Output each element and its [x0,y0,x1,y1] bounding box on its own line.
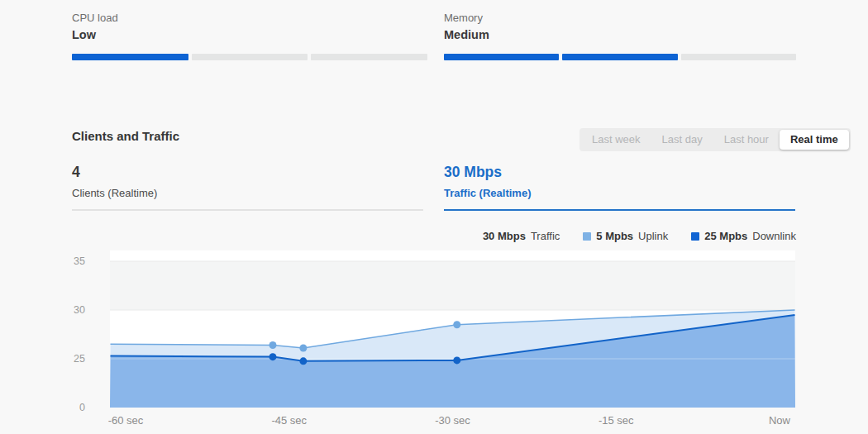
downlink-swatch-icon [691,232,699,241]
cpu-bar-segment [192,54,308,60]
y-axis-tick-label: 0 [57,401,85,414]
legend-uplink-label: Uplink [638,230,668,242]
legend-downlink-label: Downlink [752,230,796,242]
clients-stat-value: 4 [72,163,423,181]
cpu-load-block: CPU load Low [72,12,427,60]
memory-bar-segment [444,54,559,60]
cpu-load-label: CPU load [72,12,427,25]
chart-legend: 30 Mbps Traffic 5 Mpbs Uplink 25 Mpbs Do… [444,230,796,242]
traffic-chart[interactable] [0,0,868,434]
x-axis-tick-label: -30 sec [420,414,486,427]
clients-stat-card[interactable]: 4 Clients (Realtime) [72,163,423,211]
section-title: Clients and Traffic [72,129,179,143]
legend-item-uplink: 5 Mpbs Uplink [583,230,668,242]
y-axis-tick-label: 35 [57,255,85,268]
uplink-swatch-icon [583,232,591,241]
memory-bar-segment [562,54,677,60]
legend-item-traffic: 30 Mbps Traffic [483,230,560,242]
memory-value: Medium [444,26,796,43]
memory-bar-segment [681,54,796,60]
tab-last-day[interactable]: Last day [651,130,713,150]
x-axis-tick-label: Now [746,414,813,427]
y-axis-tick-label: 30 [57,303,85,317]
memory-block: Memory Medium [444,12,796,60]
tab-real-time[interactable]: Real time [780,130,849,150]
memory-bar [444,54,796,60]
traffic-stat-value: 30 Mbps [444,163,795,181]
x-axis-tick-label: -15 sec [583,414,649,427]
tab-last-hour[interactable]: Last hour [713,130,780,150]
cpu-load-value: Low [72,26,427,43]
legend-traffic-value: 30 Mbps [483,230,526,242]
legend-uplink-value: 5 Mpbs [596,230,633,242]
tab-last-week[interactable]: Last week [581,130,651,150]
traffic-stat-label: Traffic (Realtime) [444,187,795,200]
legend-traffic-label: Traffic [531,230,560,242]
clients-stat-label: Clients (Realtime) [72,187,423,200]
y-axis-tick-label: 25 [57,352,85,365]
time-range-tabs: Last week Last day Last hour Real time [579,128,851,151]
x-axis-tick-label: -60 sec [93,414,159,427]
legend-downlink-value: 25 Mpbs [704,230,747,242]
legend-item-downlink: 25 Mpbs Downlink [691,230,796,242]
cpu-load-bar [72,54,427,60]
cpu-bar-segment [311,54,427,60]
memory-label: Memory [444,12,796,25]
traffic-stat-card[interactable]: 30 Mbps Traffic (Realtime) [444,163,795,211]
cpu-bar-segment [72,54,188,60]
x-axis-tick-label: -45 sec [256,414,322,427]
